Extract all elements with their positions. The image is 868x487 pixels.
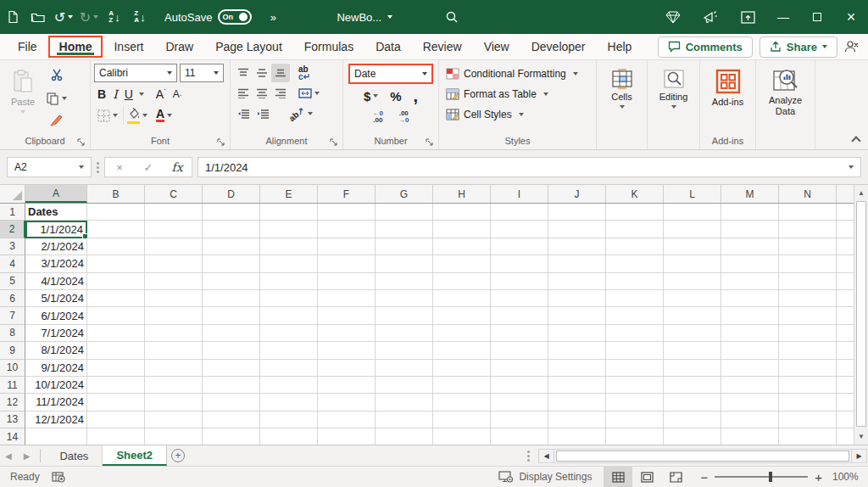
cell-K3[interactable] xyxy=(606,238,664,255)
tab-developer[interactable]: Developer xyxy=(520,36,597,58)
tab-page-layout[interactable]: Page Layout xyxy=(204,36,293,58)
increase-decimal-button[interactable]: ←0.00 xyxy=(370,108,387,126)
cell-B2[interactable] xyxy=(87,221,145,238)
cell-F6[interactable] xyxy=(318,290,376,307)
cell-partial-6[interactable] xyxy=(837,290,854,307)
tab-review[interactable]: Review xyxy=(412,36,473,58)
tab-data[interactable]: Data xyxy=(364,36,412,58)
cell-E8[interactable] xyxy=(260,325,318,342)
cell-I11[interactable] xyxy=(491,377,548,394)
column-header-K[interactable]: K xyxy=(606,185,664,203)
cell-M6[interactable] xyxy=(721,290,779,307)
sheet-tab-sheet2[interactable]: Sheet2 xyxy=(103,445,167,466)
row-header-1[interactable]: 1 xyxy=(0,204,25,221)
cell-I4[interactable] xyxy=(491,255,548,272)
orientation-button[interactable]: ab↗ xyxy=(285,104,316,123)
cell-M11[interactable] xyxy=(721,377,779,394)
cell-N1[interactable] xyxy=(779,204,837,221)
cell-M14[interactable] xyxy=(721,428,779,445)
column-header-A[interactable]: A xyxy=(25,185,87,203)
cell-E7[interactable] xyxy=(260,307,318,324)
cell-J10[interactable] xyxy=(548,360,606,377)
cell-A11[interactable]: 10/1/2024 xyxy=(25,377,87,394)
cell-D10[interactable] xyxy=(203,360,260,377)
cell-I2[interactable] xyxy=(491,221,548,238)
autosave-control[interactable]: AutoSave On xyxy=(164,9,252,25)
cell-N3[interactable] xyxy=(779,238,837,255)
cell-M9[interactable] xyxy=(721,342,779,359)
row-header-12[interactable]: 12 xyxy=(0,394,25,411)
cell-J5[interactable] xyxy=(548,273,606,290)
cell-J4[interactable] xyxy=(548,255,606,272)
autosave-toggle[interactable]: On xyxy=(218,9,252,25)
alignment-dialog-launcher[interactable] xyxy=(330,138,337,146)
cell-H14[interactable] xyxy=(433,428,491,445)
cell-N10[interactable] xyxy=(779,360,837,377)
cell-G11[interactable] xyxy=(376,377,433,394)
cell-N11[interactable] xyxy=(779,377,837,394)
cell-G12[interactable] xyxy=(376,394,433,411)
row-header-14[interactable]: 14 xyxy=(0,428,25,445)
cell-A12[interactable]: 11/1/2024 xyxy=(25,394,87,411)
comments-button[interactable]: Comments xyxy=(658,36,753,58)
cell-H6[interactable] xyxy=(433,290,491,307)
scroll-right-arrow[interactable]: ▶ xyxy=(851,449,867,463)
cell-J2[interactable] xyxy=(548,221,606,238)
sheet-tab-dates[interactable]: Dates xyxy=(46,445,103,466)
cell-K12[interactable] xyxy=(606,394,664,411)
accounting-format-button[interactable]: $ xyxy=(360,87,381,105)
cell-I13[interactable] xyxy=(491,411,548,428)
cell-partial-4[interactable] xyxy=(837,255,854,272)
cell-E2[interactable] xyxy=(260,221,318,238)
cell-L13[interactable] xyxy=(664,411,721,428)
cell-I14[interactable] xyxy=(491,428,548,445)
cell-partial-5[interactable] xyxy=(837,273,854,290)
sheet-nav-left-arrow[interactable]: ◀ xyxy=(5,451,12,461)
increase-font-button[interactable]: Aˆ xyxy=(153,85,170,104)
number-format-select[interactable]: Date xyxy=(348,64,433,84)
cell-E6[interactable] xyxy=(260,290,318,307)
scroll-up-arrow[interactable]: ▲ xyxy=(854,185,868,201)
cell-I3[interactable] xyxy=(491,238,548,255)
cell-C3[interactable] xyxy=(145,238,203,255)
cell-M8[interactable] xyxy=(721,325,779,342)
italic-button[interactable]: I xyxy=(109,85,121,104)
addins-button[interactable]: Add-ins xyxy=(704,64,752,132)
cell-C13[interactable] xyxy=(145,411,203,428)
tab-view[interactable]: View xyxy=(473,36,520,58)
cell-C1[interactable] xyxy=(145,204,203,221)
cell-F13[interactable] xyxy=(318,411,376,428)
copy-button[interactable] xyxy=(42,89,70,108)
row-header-3[interactable]: 3 xyxy=(0,238,25,255)
column-header-J[interactable]: J xyxy=(548,185,606,203)
cell-partial-10[interactable] xyxy=(837,360,854,377)
cell-D8[interactable] xyxy=(203,325,260,342)
cell-F8[interactable] xyxy=(318,325,376,342)
cell-partial-12[interactable] xyxy=(837,394,854,411)
column-header-L[interactable]: L xyxy=(664,185,721,203)
cell-M12[interactable] xyxy=(721,394,779,411)
cell-F2[interactable] xyxy=(318,221,376,238)
row-header-10[interactable]: 10 xyxy=(0,360,25,377)
cell-N2[interactable] xyxy=(779,221,837,238)
cell-partial-2[interactable] xyxy=(837,221,854,238)
cell-I6[interactable] xyxy=(491,290,548,307)
column-header-C[interactable]: C xyxy=(145,185,203,203)
cell-H7[interactable] xyxy=(433,307,491,324)
analyze-data-button[interactable]: AnalyzeData xyxy=(760,64,811,149)
column-header-B[interactable]: B xyxy=(87,185,145,203)
sort-az-button[interactable]: AZ↓ xyxy=(102,5,127,29)
tab-file[interactable]: File xyxy=(7,36,48,58)
cell-I12[interactable] xyxy=(491,394,548,411)
new-file-icon[interactable] xyxy=(0,5,25,29)
cell-partial-7[interactable] xyxy=(837,307,854,324)
row-header-11[interactable]: 11 xyxy=(0,377,25,394)
sort-za-button[interactable]: ZA↓ xyxy=(127,5,153,29)
cell-L10[interactable] xyxy=(664,360,721,377)
cell-L14[interactable] xyxy=(664,428,721,445)
horizontal-scrollbar[interactable] xyxy=(554,449,851,463)
cell-E9[interactable] xyxy=(260,342,318,359)
cell-F9[interactable] xyxy=(318,342,376,359)
cell-H1[interactable] xyxy=(433,204,491,221)
cell-partial-9[interactable] xyxy=(837,342,854,359)
